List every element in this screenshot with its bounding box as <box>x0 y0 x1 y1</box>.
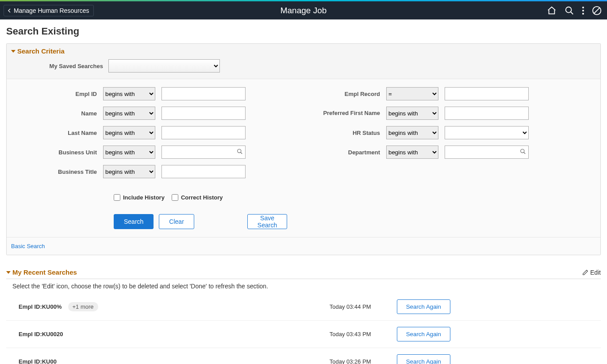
department-operator[interactable]: begins with <box>386 146 438 159</box>
business-title-label: Business Title <box>11 169 103 175</box>
recent-row-time: Today 03:43 PM <box>309 331 371 337</box>
last-name-input[interactable] <box>161 126 246 139</box>
department-label: Department <box>294 149 386 156</box>
recent-title: My Recent Searches <box>12 268 77 276</box>
pencil-icon <box>582 269 588 276</box>
save-search-button[interactable]: Save Search <box>247 214 287 229</box>
correct-history-check[interactable]: Correct History <box>172 194 223 201</box>
search-icon[interactable] <box>565 6 574 15</box>
nav-compass-icon[interactable] <box>592 6 602 15</box>
saved-searches-select[interactable] <box>108 59 220 73</box>
empl-record-label: Empl Record <box>294 91 386 97</box>
pref-first-name-label: Preferred First Name <box>294 110 386 117</box>
pref-first-name-input[interactable] <box>445 107 529 120</box>
business-unit-label: Business Unit <box>11 149 103 156</box>
department-input[interactable] <box>445 146 529 159</box>
search-again-button[interactable]: Search Again <box>397 299 450 314</box>
name-label: Name <box>11 110 103 117</box>
recent-searches-section: My Recent Searches Edit Select the 'Edit… <box>6 268 601 364</box>
business-unit-operator[interactable]: begins with <box>103 146 155 159</box>
business-title-operator[interactable]: begins with <box>103 165 155 178</box>
correct-history-label: Correct History <box>181 194 223 201</box>
more-menu-icon[interactable] <box>582 7 584 15</box>
collapse-triangle-icon <box>11 50 15 53</box>
hr-status-select[interactable] <box>445 126 529 139</box>
home-icon[interactable] <box>547 6 557 15</box>
business-unit-input[interactable] <box>161 146 246 159</box>
name-input[interactable] <box>161 107 246 120</box>
clear-button[interactable]: Clear <box>159 214 194 229</box>
pref-first-name-operator[interactable]: begins with <box>386 107 438 120</box>
topbar-actions <box>547 6 603 15</box>
recent-help-text: Select the 'Edit' icon, choose the row(s… <box>6 279 601 293</box>
empl-id-input[interactable] <box>161 87 246 100</box>
edit-label: Edit <box>590 269 601 276</box>
chevron-left-icon <box>6 7 13 14</box>
search-button[interactable]: Search <box>114 214 154 229</box>
svg-point-4 <box>238 149 241 153</box>
business-title-input[interactable] <box>161 165 246 178</box>
name-operator[interactable]: begins with <box>103 107 155 120</box>
search-criteria-panel: Search Criteria My Saved Searches Empl I… <box>6 43 601 255</box>
page-header-title: Manage Job <box>280 6 327 15</box>
page-title: Search Existing <box>6 26 601 37</box>
include-history-check[interactable]: Include History <box>114 194 165 201</box>
recent-row-time: Today 03:44 PM <box>309 303 371 310</box>
more-badge[interactable]: +1 more <box>68 302 98 311</box>
recent-header-toggle[interactable]: My Recent Searches <box>6 268 77 276</box>
svg-line-3 <box>594 8 600 13</box>
topbar: Manage Human Resources Manage Job <box>0 1 607 19</box>
svg-point-6 <box>521 149 524 153</box>
empl-id-label: Empl ID <box>11 91 103 97</box>
recent-row-time: Today 03:26 PM <box>309 358 371 364</box>
edit-recent-button[interactable]: Edit <box>582 269 601 276</box>
empl-record-operator[interactable]: = <box>386 87 438 100</box>
include-history-label: Include History <box>123 194 165 201</box>
basic-search-link[interactable]: Basic Search <box>11 243 45 249</box>
last-name-label: Last Name <box>11 130 103 136</box>
empl-id-operator[interactable]: begins with <box>103 87 155 100</box>
recent-row: Empl ID:KU00Today 03:26 PMSearch Again <box>6 348 601 364</box>
recent-row: Empl ID:KU00%+1 moreToday 03:44 PMSearch… <box>6 293 601 320</box>
svg-point-0 <box>566 7 572 12</box>
recent-row-label: Empl ID:KU00 <box>19 358 57 364</box>
criteria-title: Search Criteria <box>17 47 65 55</box>
hr-status-label: HR Status <box>294 130 386 136</box>
empl-record-input[interactable] <box>445 87 529 100</box>
svg-line-5 <box>241 152 242 154</box>
collapse-triangle-icon <box>6 271 11 274</box>
recent-row: Empl ID:KU0020Today 03:43 PMSearch Again <box>6 320 601 348</box>
lookup-icon[interactable] <box>237 149 243 156</box>
back-label: Manage Human Resources <box>14 7 89 14</box>
search-again-button[interactable]: Search Again <box>397 354 450 364</box>
saved-searches-label: My Saved Searches <box>11 63 103 69</box>
recent-row-label: Empl ID:KU00% <box>19 303 62 310</box>
criteria-header[interactable]: Search Criteria <box>7 44 600 59</box>
recent-row-label: Empl ID:KU0020 <box>19 331 63 337</box>
back-button[interactable]: Manage Human Resources <box>4 5 94 16</box>
svg-line-1 <box>571 11 573 14</box>
last-name-operator[interactable]: begins with <box>103 126 155 139</box>
svg-line-7 <box>524 152 526 154</box>
hr-status-operator[interactable]: begins with <box>386 126 438 139</box>
lookup-icon[interactable] <box>520 149 526 156</box>
search-again-button[interactable]: Search Again <box>397 327 450 341</box>
